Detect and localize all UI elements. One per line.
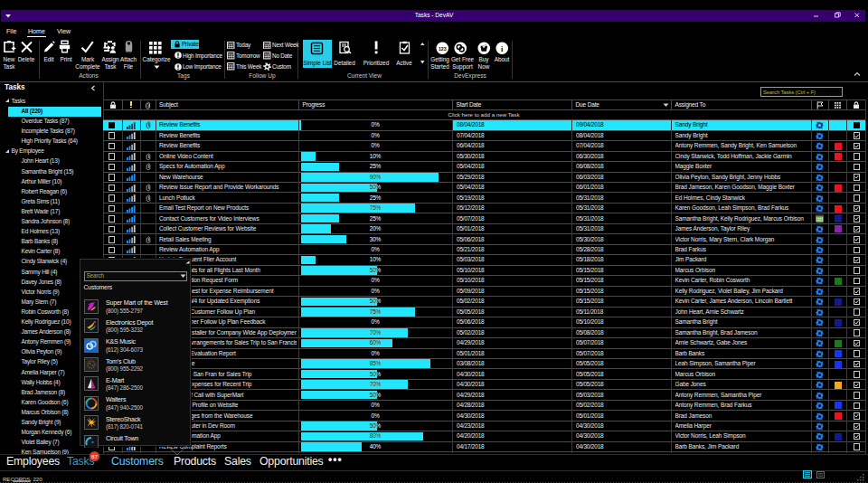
svg-text:123: 123 bbox=[439, 45, 447, 51]
